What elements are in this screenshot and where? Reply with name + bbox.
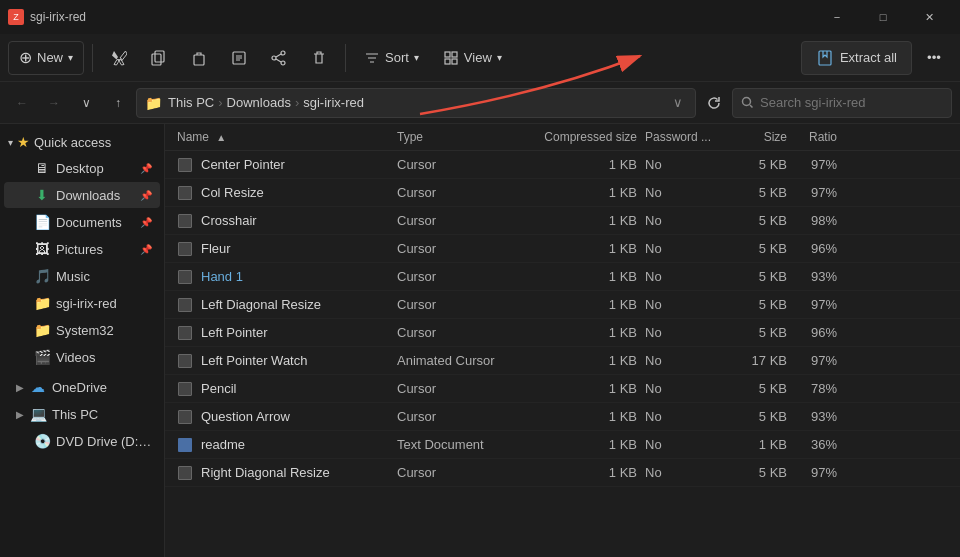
file-size-cell: 5 KB [727, 297, 787, 312]
table-row[interactable]: Pencil Cursor 1 KB No 5 KB 78% [165, 375, 960, 403]
quick-access-header[interactable]: ▾ ★ Quick access [0, 128, 164, 154]
file-type-cell: Cursor [397, 297, 527, 312]
table-row[interactable]: Center Pointer Cursor 1 KB No 5 KB 97% [165, 151, 960, 179]
rename-button[interactable] [221, 41, 257, 75]
indent-spacer [16, 324, 28, 336]
breadcrumb-downloads[interactable]: Downloads [227, 95, 291, 110]
breadcrumb-this-pc[interactable]: This PC [168, 95, 214, 110]
svg-rect-10 [452, 59, 457, 64]
file-compressed-cell: 1 KB [527, 241, 637, 256]
close-button[interactable]: ✕ [906, 0, 952, 34]
maximize-button[interactable]: □ [860, 0, 906, 34]
cursor-file-icon [178, 354, 192, 368]
file-size-cell: 5 KB [727, 269, 787, 284]
file-name-text: Pencil [201, 381, 236, 396]
onedrive-icon: ☁ [30, 379, 46, 395]
search-input[interactable] [760, 95, 943, 110]
sort-asc-icon: ▲ [216, 132, 226, 143]
column-header-name[interactable]: Name ▲ [177, 130, 397, 144]
indent-spacer [16, 189, 28, 201]
file-compressed-cell: 1 KB [527, 353, 637, 368]
sidebar-item-desktop[interactable]: 🖥 Desktop 📌 [4, 155, 160, 181]
file-compressed-cell: 1 KB [527, 185, 637, 200]
main-content: ▾ ★ Quick access 🖥 Desktop 📌 ⬇ Downloads… [0, 124, 960, 557]
file-name-text: Left Diagonal Resize [201, 297, 321, 312]
sidebar-item-videos[interactable]: 🎬 Videos [4, 344, 160, 370]
sidebar-item-sgi-irix-red[interactable]: 📁 sgi-irix-red [4, 290, 160, 316]
table-row[interactable]: Right Diagonal Resize Cursor 1 KB No 5 K… [165, 459, 960, 487]
table-row[interactable]: Fleur Cursor 1 KB No 5 KB 96% [165, 235, 960, 263]
sort-label: Sort [385, 50, 409, 65]
back-button[interactable]: ← [8, 89, 36, 117]
file-size-cell: 5 KB [727, 381, 787, 396]
share-button[interactable] [261, 41, 297, 75]
table-row[interactable]: Hand 1 Cursor 1 KB No 5 KB 93% [165, 263, 960, 291]
sidebar-item-pictures[interactable]: 🖼 Pictures 📌 [4, 236, 160, 262]
table-row[interactable]: Left Pointer Cursor 1 KB No 5 KB 96% [165, 319, 960, 347]
file-name-cell: Pencil [177, 381, 397, 397]
search-box[interactable] [732, 88, 952, 118]
separator-2 [345, 44, 346, 72]
pin-icon: 📌 [140, 190, 152, 201]
dvd-icon: 💿 [34, 433, 50, 449]
delete-button[interactable] [301, 41, 337, 75]
file-type-cell: Cursor [397, 325, 527, 340]
file-type-cell: Cursor [397, 241, 527, 256]
file-name-cell: Center Pointer [177, 157, 397, 173]
more-icon: ••• [927, 50, 941, 65]
address-dropdown-icon[interactable]: ∨ [669, 93, 687, 112]
file-ratio-cell: 96% [787, 325, 837, 340]
forward-button[interactable]: → [40, 89, 68, 117]
sort-button[interactable]: Sort ▾ [354, 41, 429, 75]
column-header-type[interactable]: Type [397, 130, 527, 144]
file-size-cell: 5 KB [727, 185, 787, 200]
file-compressed-cell: 1 KB [527, 297, 637, 312]
view-button[interactable]: View ▾ [433, 41, 512, 75]
table-row[interactable]: Left Pointer Watch Animated Cursor 1 KB … [165, 347, 960, 375]
column-header-password[interactable]: Password ... [637, 130, 727, 144]
cursor-file-icon [178, 186, 192, 200]
separator-1 [92, 44, 93, 72]
minimize-button[interactable]: − [814, 0, 860, 34]
table-row[interactable]: Col Resize Cursor 1 KB No 5 KB 97% [165, 179, 960, 207]
refresh-button[interactable] [700, 89, 728, 117]
paste-button[interactable] [181, 41, 217, 75]
svg-point-6 [281, 61, 285, 65]
table-row[interactable]: readme Text Document 1 KB No 1 KB 36% [165, 431, 960, 459]
svg-point-13 [743, 98, 751, 106]
breadcrumb-current[interactable]: sgi-irix-red [303, 95, 364, 110]
column-header-compressed[interactable]: Compressed size [527, 130, 637, 144]
table-row[interactable]: Left Diagonal Resize Cursor 1 KB No 5 KB… [165, 291, 960, 319]
up-button[interactable]: ↑ [104, 89, 132, 117]
file-password-cell: No [637, 465, 727, 480]
toolbar: ⊕ New ▾ Sort ▾ View ▾ Extract all ••• [0, 34, 960, 82]
more-button[interactable]: ••• [916, 41, 952, 75]
file-icon-wrapper [177, 241, 193, 257]
sep2: › [295, 95, 299, 110]
address-field[interactable]: 📁 This PC › Downloads › sgi-irix-red ∨ [136, 88, 696, 118]
column-header-size[interactable]: Size [727, 130, 787, 144]
file-icon-wrapper [177, 325, 193, 341]
sidebar-item-this-pc[interactable]: ▶ 💻 This PC [4, 401, 160, 427]
file-ratio-cell: 96% [787, 241, 837, 256]
cut-button[interactable] [101, 41, 137, 75]
table-row[interactable]: Crosshair Cursor 1 KB No 5 KB 98% [165, 207, 960, 235]
file-name-text: Fleur [201, 241, 231, 256]
quick-access-section: ▾ ★ Quick access 🖥 Desktop 📌 ⬇ Downloads… [0, 128, 164, 370]
file-compressed-cell: 1 KB [527, 213, 637, 228]
sidebar-item-documents[interactable]: 📄 Documents 📌 [4, 209, 160, 235]
copy-button[interactable] [141, 41, 177, 75]
sidebar-item-downloads[interactable]: ⬇ Downloads 📌 [4, 182, 160, 208]
sidebar-item-onedrive[interactable]: ▶ ☁ OneDrive [4, 374, 160, 400]
sidebar-item-dvd[interactable]: 💿 DVD Drive (D:) Ci... [4, 428, 160, 454]
file-icon-wrapper [177, 465, 193, 481]
new-button[interactable]: ⊕ New ▾ [8, 41, 84, 75]
column-header-ratio[interactable]: Ratio [787, 130, 837, 144]
recent-locations-button[interactable]: ∨ [72, 89, 100, 117]
file-icon-wrapper [177, 409, 193, 425]
table-row[interactable]: Question Arrow Cursor 1 KB No 5 KB 93% [165, 403, 960, 431]
title-bar: Z sgi-irix-red − □ ✕ [0, 0, 960, 34]
sidebar-item-system32[interactable]: 📁 System32 [4, 317, 160, 343]
extract-all-button[interactable]: Extract all [801, 41, 912, 75]
sidebar-item-music[interactable]: 🎵 Music [4, 263, 160, 289]
